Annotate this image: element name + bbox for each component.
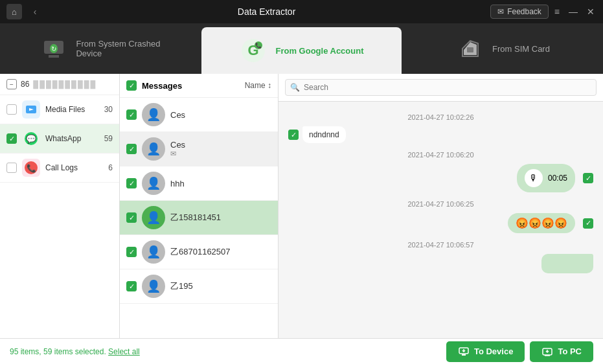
msg-check-1[interactable]: ✓ (288, 130, 299, 140)
feedback-button[interactable]: ✉ Feedback (490, 5, 549, 19)
media-label: Media Files (45, 105, 99, 114)
ces2-checkbox[interactable]: ✓ (126, 144, 137, 154)
hhh-info: hhh (170, 179, 185, 188)
ces2-sub: ✉ (170, 150, 185, 158)
home-button[interactable]: ⌂ (6, 4, 22, 19)
hhh-name: hhh (170, 179, 185, 188)
media-icon (22, 100, 40, 119)
ces1-info: Ces (170, 110, 185, 120)
chat-search-bar: 🔍 (279, 74, 603, 102)
collapse-button[interactable]: − (6, 79, 17, 89)
sort-button[interactable]: Name ↕ (245, 81, 271, 90)
system-crashed-icon: ↻ (40, 34, 68, 63)
ces1-checkbox[interactable]: ✓ (126, 109, 137, 120)
middle-panel: ✓ Messages Name ↕ ✓ 👤 Ces ✓ 👤 Ces ✉ (120, 74, 279, 338)
to-device-button[interactable]: To Device (446, 341, 525, 362)
contact-list: ✓ 👤 Ces ✓ 👤 Ces ✉ ✓ 👤 hhh (120, 98, 278, 338)
whatsapp-label: WhatsApp (45, 134, 99, 143)
calllogs-checkbox[interactable] (6, 163, 17, 173)
search-input[interactable] (285, 79, 597, 96)
tab-google-account[interactable]: G 📞 From Google Account (201, 27, 402, 74)
contact-hhh[interactable]: ✓ 👤 hhh (120, 166, 278, 201)
phone2-checkbox[interactable]: ✓ (126, 247, 137, 257)
sidebar-item-media[interactable]: Media Files 30 (0, 95, 119, 124)
contact-ces-2[interactable]: ✓ 👤 Ces ✉ (120, 132, 278, 166)
phone2-info: 乙68701162507 (170, 246, 231, 258)
ces1-avatar: 👤 (142, 103, 165, 126)
phone2-avatar: 👤 (142, 240, 165, 264)
close-button[interactable]: ✕ (585, 6, 597, 17)
tab-system-crashed-label: From System CrashedDevice (76, 39, 160, 58)
svg-text:↻: ↻ (51, 45, 56, 52)
contact-ces-1[interactable]: ✓ 👤 Ces (120, 98, 278, 132)
minimize-button[interactable]: — (567, 6, 580, 17)
svg-text:📞: 📞 (27, 163, 36, 173)
sidebar-header: − 86 ██████████ (0, 74, 119, 95)
to-device-icon (458, 346, 470, 358)
feedback-label: Feedback (507, 7, 541, 16)
contact-phone1[interactable]: ✓ 👤 乙158181451 (120, 201, 278, 235)
phone1-checkbox[interactable]: ✓ (126, 212, 137, 223)
phone3-checkbox[interactable]: ✓ (126, 281, 137, 291)
tab-google-account-label: From Google Account (275, 46, 363, 56)
media-checkbox[interactable] (6, 104, 17, 115)
ces2-info: Ces ✉ (170, 140, 185, 158)
sidebar-item-calllogs[interactable]: 📞 Call Logs 6 (0, 154, 119, 183)
select-all-link[interactable]: Select all (108, 347, 140, 356)
action-buttons: To Device To PC (446, 341, 593, 362)
to-device-label: To Device (474, 347, 513, 356)
voice-check[interactable]: ✓ (583, 173, 593, 183)
items-count: 95 items, 59 items selected. (10, 347, 108, 356)
back-icon: ‹ (34, 6, 37, 17)
msg-bubble-1: ndndnnd (302, 126, 346, 143)
tab-sim-card[interactable]: From SIM Card (403, 23, 603, 74)
to-pc-button[interactable]: To PC (530, 341, 593, 362)
emoji-message: 😡😡😡😡 (508, 213, 575, 233)
msg-row-received-1: ✓ ndndnnd (288, 126, 593, 143)
title-bar-left: ⌂ ‹ (6, 4, 43, 19)
svg-text:📞: 📞 (255, 42, 262, 49)
phone3-info: 乙195 (170, 280, 193, 292)
whatsapp-icon: 💬 (22, 130, 40, 148)
middle-header: ✓ Messages Name ↕ (120, 74, 278, 98)
mail-icon: ✉ (497, 7, 504, 16)
whatsapp-checkbox[interactable]: ✓ (6, 133, 17, 144)
to-pc-icon (541, 346, 553, 358)
selected-count: 59 items selected. (43, 347, 106, 356)
phone2-name: 乙68701162507 (170, 246, 231, 258)
sim-card-icon (456, 34, 484, 63)
contact-phone3[interactable]: ✓ 👤 乙195 (120, 269, 278, 304)
phone1-avatar: 👤 (142, 206, 165, 229)
ces2-avatar: 👤 (142, 137, 165, 161)
sidebar-item-whatsapp[interactable]: ✓ 💬 WhatsApp 59 (0, 124, 119, 154)
search-icon: 🔍 (290, 83, 300, 92)
app-title: Data Extractor (43, 6, 490, 17)
sidebar: − 86 ██████████ Media Files 30 ✓ 💬 (0, 74, 120, 338)
timestamp-4: 2021-04-27 10:06:57 (288, 241, 593, 249)
timestamp-2: 2021-04-27 10:06:20 (288, 151, 593, 159)
hhh-checkbox[interactable]: ✓ (126, 178, 137, 188)
bottom-bar: 95 items, 59 items selected. Select all … (0, 338, 603, 364)
total-count: 95 items, (10, 347, 41, 356)
menu-button[interactable]: ≡ (552, 6, 562, 17)
title-bar-right: ✉ Feedback ≡ — ✕ (490, 5, 597, 19)
chat-messages: 2021-04-27 10:02:26 ✓ ndndnnd 2021-04-27… (279, 102, 603, 338)
to-pc-label: To PC (558, 347, 582, 356)
messages-select-all-checkbox[interactable]: ✓ (126, 80, 137, 91)
account-mask: ██████████ (33, 80, 97, 88)
back-button[interactable]: ‹ (27, 4, 43, 19)
bottom-info: 95 items, 59 items selected. Select all (10, 347, 140, 356)
phone3-name: 乙195 (170, 280, 193, 292)
msg-bubble-partial (541, 254, 593, 273)
phone3-avatar: 👤 (142, 275, 165, 298)
contact-phone2[interactable]: ✓ 👤 乙68701162507 (120, 235, 278, 269)
svg-rect-10 (467, 47, 473, 52)
tab-system-crashed[interactable]: ↻ From System CrashedDevice (0, 23, 200, 74)
voice-duration: 00:05 (548, 174, 567, 183)
ces1-name: Ces (170, 110, 185, 120)
tab-sim-card-label: From SIM Card (492, 44, 550, 54)
emoji-check[interactable]: ✓ (583, 218, 593, 229)
hhh-avatar: 👤 (142, 172, 165, 195)
title-bar: ⌂ ‹ Data Extractor ✉ Feedback ≡ — ✕ (0, 0, 603, 23)
timestamp-1: 2021-04-27 10:02:26 (288, 113, 593, 121)
